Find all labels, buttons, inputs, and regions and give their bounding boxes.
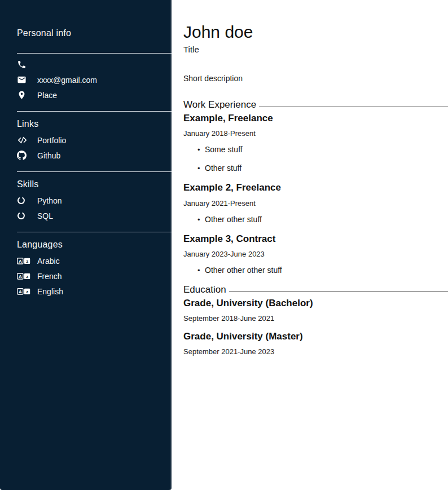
skill-label: Python xyxy=(37,196,62,205)
skill-label: SQL xyxy=(37,211,53,220)
education-entries: Grade, University (Bachelor) September 2… xyxy=(183,297,448,356)
sidebar: Personal info xxxx@gmail.com Place xyxy=(0,0,172,490)
bullet-item: Other stuff xyxy=(197,163,448,174)
sidebar-divider xyxy=(17,53,172,54)
language-label: Arabic xyxy=(37,257,60,266)
contact-label: xxxx@gmail.com xyxy=(37,76,97,85)
link-item[interactable]: Github xyxy=(17,150,172,161)
bullet-list: Other other stuff xyxy=(183,214,448,225)
section-rule xyxy=(259,107,448,107)
svg-text:z: z xyxy=(26,259,28,264)
skills-heading: Skills xyxy=(17,179,172,189)
contact-item xyxy=(17,59,172,70)
sidebar-divider xyxy=(17,171,172,172)
languages-heading: Languages xyxy=(17,240,172,250)
svg-text:A: A xyxy=(19,289,22,294)
resume-page: Personal info xxxx@gmail.com Place xyxy=(0,0,448,490)
entry-title: Grade, University (Master) xyxy=(183,330,448,342)
person-name: John doe xyxy=(183,23,448,41)
language-icon: Az xyxy=(17,257,30,265)
entry-date: January 2021-Present xyxy=(183,199,448,208)
language-label: French xyxy=(37,272,62,281)
languages-list: Az Arabic Az French Az English xyxy=(17,255,172,297)
phone-icon xyxy=(17,60,30,69)
work-experience-header: Work Experience xyxy=(183,99,448,111)
entry-date: January 2018-Present xyxy=(183,129,448,138)
bullet-item: Other other other stuff xyxy=(197,265,448,276)
entry-date: January 2023-June 2023 xyxy=(183,250,448,258)
link-label[interactable]: Github xyxy=(37,151,60,160)
skills-list: Python SQL xyxy=(17,195,172,221)
short-description: Short description xyxy=(183,74,448,83)
bullet-item: Some stuff xyxy=(197,144,448,155)
entry-date: September 2021-June 2023 xyxy=(183,347,448,356)
contact-item: xxxx@gmail.com xyxy=(17,74,172,85)
bullet-list: Other other other stuff xyxy=(183,265,448,276)
link-item[interactable]: Portfolio xyxy=(17,135,172,145)
contact-label: Place xyxy=(37,91,57,100)
education-header: Education xyxy=(183,284,448,296)
map-marker-icon xyxy=(17,90,30,100)
work-entry: Example 3, Contract January 2023-June 20… xyxy=(183,233,448,276)
person-title: Title xyxy=(183,45,448,54)
skill-item: SQL xyxy=(17,210,172,221)
entry-date: September 2018-June 2021 xyxy=(183,314,448,323)
work-experience-heading: Work Experience xyxy=(183,99,256,111)
bullet-item: Other other stuff xyxy=(197,214,448,225)
language-icon: Az xyxy=(17,272,30,280)
main-content: John doe Title Short description Work Ex… xyxy=(172,0,448,490)
work-entry: Example, Freelance January 2018-Present … xyxy=(183,112,448,174)
link-label[interactable]: Portfolio xyxy=(37,136,66,145)
work-entries: Example, Freelance January 2018-Present … xyxy=(183,112,448,276)
contact-list: xxxx@gmail.com Place xyxy=(17,59,172,100)
svg-text:z: z xyxy=(26,289,28,294)
sidebar-divider xyxy=(17,111,172,112)
github-icon xyxy=(17,151,30,160)
skill-item: Python xyxy=(17,195,172,206)
entry-title: Example 3, Contract xyxy=(183,233,448,245)
sidebar-divider xyxy=(17,232,172,232)
language-item: Az Arabic xyxy=(17,255,172,266)
links-list: Portfolio Github xyxy=(17,135,172,161)
code-icon xyxy=(17,135,30,145)
language-item: Az French xyxy=(17,271,172,281)
section-rule xyxy=(229,292,448,292)
language-icon: Az xyxy=(17,288,30,295)
svg-text:A: A xyxy=(19,259,22,264)
links-heading: Links xyxy=(17,119,172,129)
contact-item: Place xyxy=(17,90,172,100)
bullet-list: Some stuffOther stuff xyxy=(183,144,448,174)
entry-title: Example, Freelance xyxy=(183,112,448,124)
personal-info-heading: Personal info xyxy=(17,28,172,38)
envelope-icon xyxy=(17,75,30,85)
circle-notch-icon xyxy=(17,196,30,205)
language-label: English xyxy=(37,287,63,296)
work-entry: Example 2, Freelance January 2021-Presen… xyxy=(183,182,448,224)
circle-notch-icon xyxy=(17,211,30,220)
svg-text:A: A xyxy=(19,274,22,279)
education-entry: Grade, University (Master) September 202… xyxy=(183,330,448,356)
language-item: Az English xyxy=(17,286,172,297)
education-entry: Grade, University (Bachelor) September 2… xyxy=(183,297,448,323)
education-heading: Education xyxy=(183,284,226,296)
svg-text:z: z xyxy=(26,274,28,279)
entry-title: Grade, University (Bachelor) xyxy=(183,297,448,309)
entry-title: Example 2, Freelance xyxy=(183,182,448,193)
